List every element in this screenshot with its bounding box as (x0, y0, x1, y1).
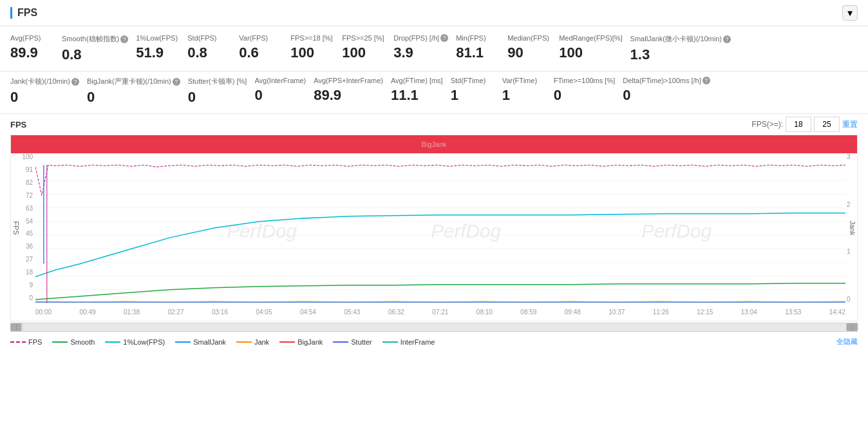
metric-label-medrange-fps: MedRange(FPS)[%] (559, 34, 622, 42)
header: FPS ▼ (0, 0, 868, 26)
fps-input-25[interactable] (814, 117, 840, 132)
metric-value-avg-fps: 89.9 (10, 44, 38, 61)
metric-value-avg-ftime: 11.1 (391, 87, 419, 104)
help-icon-smooth[interactable]: ? (120, 35, 128, 43)
metrics-row-2: Jank(卡顿)(/10min)?0BigJank(严重卡顿)(/10min)?… (10, 74, 858, 108)
metric-label-median-fps: Median(FPS) (507, 34, 549, 42)
metric-1pct-low: 1%Low(FPS)51.9 (136, 32, 187, 64)
metric-label-drop-fps: Drop(FPS) [/h]? (393, 34, 448, 42)
legend-item-interframe[interactable]: InterFrame (382, 338, 435, 346)
legend-label-smooth: Smooth (70, 338, 95, 346)
metric-value-median-fps: 90 (507, 44, 523, 61)
hide-all-button[interactable]: 全隐藏 (836, 337, 858, 347)
metric-label-std-fps: Std(FPS) (187, 34, 216, 42)
metrics-section-1: Avg(FPS)89.9Smooth(稳帧指数)?0.81%Low(FPS)51… (0, 26, 868, 72)
metric-label-jank: Jank(卡顿)(/10min)? (10, 77, 79, 86)
metric-label-1pct-low: 1%Low(FPS) (136, 34, 178, 42)
help-icon-bigjank[interactable]: ? (173, 78, 180, 86)
metrics-section-2: Jank(卡顿)(/10min)?0BigJank(严重卡顿)(/10min)?… (0, 74, 868, 114)
help-icon-delta-ftime[interactable]: ? (703, 77, 710, 84)
metric-value-bigjank: 0 (87, 89, 95, 106)
metric-label-bigjank: BigJank(严重卡顿)(/10min)? (87, 77, 180, 86)
collapse-button[interactable]: ▼ (842, 5, 858, 21)
scrollbar-right-handle[interactable]: ⋮⋮⋮ (847, 323, 857, 331)
svg-text:PerfDog: PerfDog (431, 220, 501, 242)
metric-label-smooth: Smooth(稳帧指数)? (62, 34, 128, 44)
metric-ftime-100ms: FTime>=100ms [%]0 (554, 74, 623, 106)
metric-value-1pct-low: 51.9 (136, 44, 164, 61)
metric-median-fps: Median(FPS)90 (507, 32, 559, 64)
chart-header: FPS FPS(>=): 重置 (10, 117, 858, 132)
metric-label-avg-ftime: Avg(FTime) [ms] (391, 77, 443, 84)
metric-std-ftime: Std(FTime)1 (451, 74, 502, 106)
metric-value-var-fps: 0.6 (239, 44, 259, 61)
chart-area: BigJank 100 91 82 72 63 54 45 36 27 18 9… (10, 135, 858, 321)
metric-label-std-ftime: Std(FTime) (451, 77, 486, 84)
metric-label-var-fps: Var(FPS) (239, 34, 268, 42)
fps-gte-label: FPS(>=): (751, 120, 783, 129)
metric-label-var-ftime: Var(FTime) (502, 77, 537, 84)
metric-avg-interframe: Avg(InterFrame)0 (254, 74, 314, 106)
metric-label-fps-18: FPS>=18 [%] (290, 34, 332, 42)
metric-label-delta-ftime: Delta(FTime)>100ms [/h]? (623, 77, 710, 84)
legend-line-1pct-low (105, 341, 120, 343)
legend-label-interframe: InterFrame (401, 338, 435, 346)
metric-label-avg-fps-interframe: Avg(FPS+InterFrame) (314, 77, 383, 84)
help-icon-jank[interactable]: ? (71, 78, 79, 86)
help-icon-drop-fps[interactable]: ? (440, 34, 448, 42)
metric-jank: Jank(卡顿)(/10min)?0 (10, 74, 87, 108)
legend-item-stutter[interactable]: Stutter (333, 338, 372, 346)
chart-section: FPS FPS(>=): 重置 BigJank 100 91 82 72 63 … (0, 114, 868, 321)
legend-line-smooth (52, 341, 68, 343)
metric-value-avg-interframe: 0 (254, 87, 262, 104)
scrollbar[interactable]: ⋮⋮⋮ ⋮⋮⋮ (10, 323, 858, 332)
scrollbar-left-handle[interactable]: ⋮⋮⋮ (11, 323, 21, 331)
legend-item-1pct-low[interactable]: 1%Low(FPS) (105, 338, 165, 346)
fps-input-18[interactable] (786, 117, 811, 132)
help-icon-smalljank[interactable]: ? (723, 35, 731, 43)
metric-value-smalljank: 1.3 (630, 46, 650, 63)
metric-value-stutter: 0 (188, 89, 196, 106)
metric-stutter: Stutter(卡顿率) [%]0 (188, 74, 255, 108)
legend-item-smalljank[interactable]: SmallJank (175, 338, 226, 346)
page-title: FPS (10, 7, 37, 19)
y-axis-jank-title: Jank (849, 220, 856, 235)
metric-value-std-fps: 0.8 (187, 44, 207, 61)
metric-avg-ftime: Avg(FTime) [ms]11.1 (391, 74, 451, 106)
metric-smooth: Smooth(稳帧指数)?0.8 (62, 32, 136, 66)
y-axis-fps-title: FPS (12, 221, 20, 234)
metric-value-fps-18: 100 (290, 44, 314, 61)
metric-min-fps: Min(FPS)81.1 (456, 32, 507, 64)
metric-std-fps: Std(FPS)0.8 (187, 32, 239, 64)
metric-medrange-fps: MedRange(FPS)[%]100 (559, 32, 630, 64)
metric-value-drop-fps: 3.9 (393, 44, 413, 61)
chart-title: FPS (10, 120, 26, 129)
metric-value-delta-ftime: 0 (623, 87, 630, 104)
metric-value-min-fps: 81.1 (456, 44, 484, 61)
legend-item-smooth[interactable]: Smooth (52, 338, 95, 346)
legend-label-smalljank: SmallJank (193, 338, 226, 346)
legend-label-jank: Jank (254, 338, 269, 346)
legend-label-bigjank: BigJank (297, 338, 323, 346)
legend: FPSSmooth1%Low(FPS)SmallJankJankBigJankS… (0, 333, 868, 350)
legend-label-1pct-low: 1%Low(FPS) (123, 338, 165, 346)
legend-line-interframe (382, 341, 398, 343)
metric-value-std-ftime: 1 (451, 87, 458, 104)
big-jank-bar: BigJank (11, 135, 857, 153)
reset-button[interactable]: 重置 (842, 119, 858, 130)
metric-delta-ftime: Delta(FTime)>100ms [/h]?0 (623, 74, 718, 106)
x-axis: 00:00 00:49 01:38 02:27 03:16 04:05 04:5… (35, 303, 845, 321)
legend-line-stutter (333, 341, 348, 343)
legend-line-jank (236, 341, 252, 343)
metric-value-fps-25: 100 (342, 44, 366, 61)
metric-label-avg-interframe: Avg(InterFrame) (254, 77, 306, 84)
fps-controls: FPS(>=): 重置 (751, 117, 858, 132)
metric-value-medrange-fps: 100 (559, 44, 583, 61)
svg-text:PerfDog: PerfDog (641, 220, 712, 242)
metric-label-smalljank: SmallJank(微小卡顿)(/10min)? (630, 34, 731, 44)
legend-item-bigjank[interactable]: BigJank (279, 338, 323, 346)
legend-item-jank[interactable]: Jank (236, 338, 269, 346)
metric-label-stutter: Stutter(卡顿率) [%] (188, 77, 247, 86)
big-jank-label: BigJank (421, 140, 446, 148)
legend-item-fps[interactable]: FPS (10, 338, 42, 346)
